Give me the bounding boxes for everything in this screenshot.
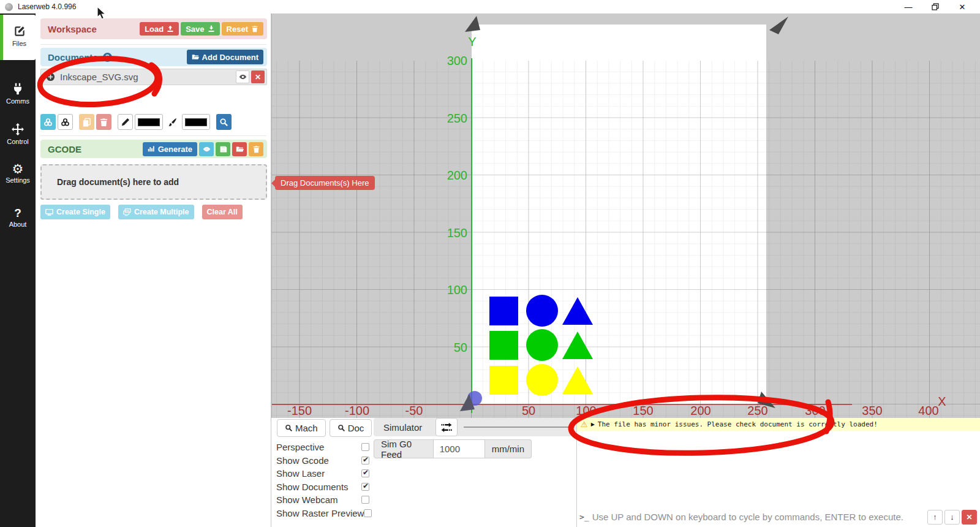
perspective-checkbox[interactable] — [361, 443, 369, 451]
viewport-controls: Mach Doc Perspective Show Gcode Show Las… — [271, 418, 373, 527]
x-tick: 50 — [522, 404, 535, 417]
documents-title: Documents — [48, 52, 98, 63]
files-panel: Workspace Load Save Reset Documents ? Ad… — [36, 13, 271, 527]
delete-button[interactable] — [96, 114, 111, 130]
magnifier-icon — [285, 424, 293, 432]
brush-icon — [168, 118, 177, 127]
document-row[interactable]: Inkscape_SVG.svg ✕ — [40, 69, 267, 85]
trash-icon — [251, 25, 258, 32]
show-laser-checkbox[interactable] — [361, 469, 369, 477]
x-tick: -50 — [405, 404, 423, 417]
restore-button[interactable] — [926, 1, 944, 13]
load-button[interactable]: Load — [140, 22, 179, 36]
option-show-webcam: Show Webcam — [276, 493, 369, 507]
x-tick: 300 — [805, 404, 825, 417]
gcode-title: GCODE — [48, 144, 81, 154]
history-up-button[interactable]: ↑ — [927, 510, 943, 525]
pencil-icon — [121, 118, 130, 127]
y-tick: 150 — [447, 226, 467, 240]
sim-feed-group: Sim G0 Feed mm/min — [374, 439, 532, 458]
simulator-direction-button[interactable] — [435, 418, 458, 436]
close-button[interactable]: ✕ — [953, 1, 971, 13]
console-close-button[interactable]: ✕ — [962, 510, 977, 525]
checkbox-label: Show Laser — [276, 468, 361, 479]
laserweb-app: Laserweb 4.0.996 — ✕ Files Comms Control… — [0, 0, 980, 527]
clear-gcode-button[interactable] — [249, 142, 263, 156]
shape-circle-green[interactable] — [526, 329, 558, 361]
expand-marker-icon[interactable]: ▶ — [591, 422, 595, 427]
expand-plus-icon[interactable] — [46, 72, 55, 82]
shape-square-yellow[interactable] — [489, 366, 518, 395]
trash-icon — [252, 145, 260, 153]
download-icon — [208, 25, 215, 32]
sidebar-item-comms[interactable]: Comms — [0, 78, 36, 112]
clear-all-button[interactable]: Clear All — [202, 205, 243, 219]
outline-group-button[interactable] — [58, 114, 73, 130]
view-options-list: Perspective Show Gcode Show Laser Show D… — [271, 437, 373, 520]
shape-circle-yellow[interactable] — [526, 364, 558, 396]
shape-square-blue[interactable] — [489, 297, 518, 325]
folder-open-icon — [192, 53, 199, 61]
zoom-document-button[interactable]: Doc — [330, 419, 372, 437]
shape-circle-blue[interactable] — [526, 295, 558, 327]
show-webcam-checkbox[interactable] — [361, 496, 369, 504]
simulator-panel: Simulator Sim G0 Feed mm/min — [374, 418, 577, 527]
sidebar-item-about[interactable]: ? About — [0, 203, 36, 234]
document-toolbar — [40, 114, 232, 130]
workspace-header: Workspace Load Save Reset — [40, 18, 267, 39]
stroke-color-chip — [138, 118, 160, 126]
svg-document-shapes[interactable] — [489, 295, 593, 396]
y-tick: 50 — [454, 341, 467, 354]
workspace-canvas[interactable]: -150 -100 -50 50 100 150 200 250 300 350… — [272, 13, 980, 418]
x-tick: 350 — [862, 404, 882, 417]
workspace-3d-view[interactable]: -150 -100 -50 50 100 150 200 250 300 350… — [271, 13, 980, 418]
command-input[interactable] — [592, 512, 925, 522]
remove-document-button[interactable]: ✕ — [251, 70, 265, 83]
duplicate-button[interactable] — [79, 114, 94, 130]
sim-feed-label: Sim G0 Feed — [374, 439, 434, 458]
add-document-button[interactable]: Add Document — [187, 50, 263, 64]
create-multiple-button[interactable]: Create Multiple — [118, 205, 194, 219]
stroke-color-button[interactable] — [118, 114, 133, 130]
workspace-title: Workspace — [48, 24, 97, 34]
fill-group-button[interactable] — [40, 114, 56, 130]
create-single-button[interactable]: Create Single — [40, 205, 110, 219]
x-tick: -100 — [345, 404, 369, 417]
document-name: Inkscape_SVG.svg — [60, 72, 236, 82]
x-tick: -150 — [287, 404, 312, 417]
sim-feed-input[interactable] — [434, 439, 485, 458]
checkbox-label: Show Documents — [276, 482, 361, 492]
save-gcode-button[interactable] — [216, 142, 230, 156]
eye-icon — [203, 145, 211, 153]
y-tick: 200 — [447, 169, 467, 182]
y-tick: 300 — [447, 54, 467, 67]
show-gcode-checkbox[interactable] — [361, 457, 369, 464]
save-button[interactable]: Save — [181, 22, 219, 36]
option-show-documents: Show Documents — [276, 480, 369, 494]
x-axis-label: X — [938, 395, 946, 408]
history-down-button[interactable]: ↓ — [944, 510, 960, 525]
generate-button[interactable]: Generate — [143, 142, 197, 156]
toggle-visibility-button[interactable] — [236, 70, 249, 83]
fill-color-button[interactable] — [165, 114, 180, 130]
zoom-machine-button[interactable]: Mach — [277, 419, 326, 437]
preview-gcode-button[interactable] — [199, 142, 214, 156]
fill-color-swatch[interactable] — [182, 114, 210, 130]
sidebar-item-files[interactable]: Files — [0, 15, 36, 60]
inspect-button[interactable] — [216, 114, 232, 130]
stroke-color-swatch[interactable] — [135, 114, 163, 130]
reset-button[interactable]: Reset — [222, 22, 263, 36]
gcode-actions: Create Single Create Multiple Clear All — [40, 205, 243, 219]
arrows-move-icon — [0, 121, 36, 137]
help-icon[interactable]: ? — [103, 53, 112, 62]
show-raster-preview-checkbox[interactable] — [364, 509, 372, 517]
show-documents-checkbox[interactable] — [361, 483, 369, 491]
simulator-slider[interactable] — [464, 427, 571, 428]
shape-square-green[interactable] — [489, 331, 518, 360]
sidebar-item-settings[interactable]: ⚙ Settings — [0, 159, 36, 194]
load-gcode-button[interactable] — [232, 142, 247, 156]
minimize-button[interactable]: — — [899, 1, 918, 13]
gcode-dropzone[interactable]: Drag document(s) here to add — [40, 164, 267, 200]
y-tick: 100 — [447, 283, 467, 297]
sidebar-item-control[interactable]: Control — [0, 119, 36, 152]
